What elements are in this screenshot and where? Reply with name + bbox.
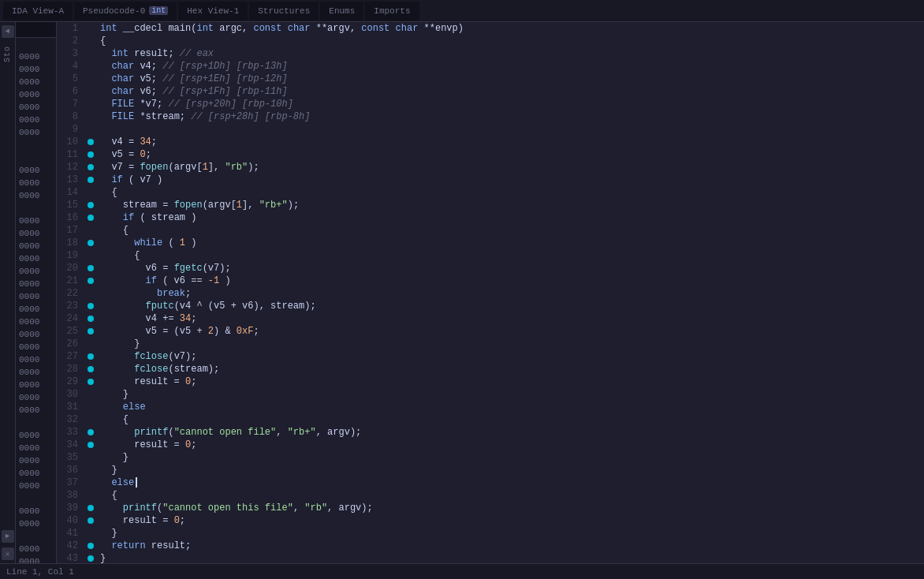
code-token-plain: {	[100, 225, 129, 236]
addr-row: 0000	[16, 517, 56, 530]
breakpoint-indicator[interactable]	[84, 22, 97, 35]
tab-badge: int	[149, 6, 168, 15]
tab-hex-view[interactable]: Hex View-1	[178, 2, 248, 21]
code-token-plain: v5 = (v5 +	[100, 326, 208, 337]
breakpoint-indicator[interactable]	[84, 186, 97, 199]
breakpoint-indicator[interactable]	[84, 237, 97, 249]
breakpoint-indicator[interactable]	[84, 552, 97, 563]
line-number: 17	[57, 224, 84, 237]
addr-row: 0000	[16, 454, 56, 467]
breakpoint-indicator[interactable]	[84, 161, 97, 174]
code-token-plain: v4 +=	[100, 313, 180, 324]
code-token-fn: fclose	[134, 351, 168, 362]
sidebar-header	[16, 22, 56, 38]
breakpoint-indicator[interactable]	[84, 249, 97, 262]
breakpoint-indicator[interactable]	[84, 148, 97, 161]
breakpoint-indicator[interactable]	[84, 375, 97, 388]
code-editor[interactable]: 1int __cdecl main(int argc, const char *…	[57, 22, 924, 563]
code-token-plain: ;	[180, 515, 185, 526]
code-token-num: -1	[208, 275, 219, 286]
breakpoint-indicator[interactable]	[84, 287, 97, 300]
breakpoint-indicator[interactable]	[84, 338, 97, 350]
breakpoint-indicator[interactable]	[84, 401, 97, 413]
breakpoint-indicator[interactable]	[84, 325, 97, 338]
breakpoint-indicator[interactable]	[84, 60, 97, 73]
addr-text: 0000	[19, 128, 39, 137]
breakpoint-indicator[interactable]	[84, 350, 97, 363]
code-token-plain: (argv[	[168, 162, 202, 173]
code-table: 1int __cdecl main(int argc, const char *…	[57, 22, 924, 563]
code-content: FILE *v7; // [rsp+20h] [rbp-10h]	[97, 98, 924, 110]
tab-imports[interactable]: Imports	[365, 2, 419, 21]
addr-row: 0000	[16, 353, 56, 366]
breakpoint-indicator[interactable]	[84, 211, 97, 224]
code-token-plain	[100, 99, 111, 110]
breakpoint-indicator[interactable]	[84, 514, 97, 527]
code-line-28: 28 fclose(stream);	[57, 363, 924, 375]
bp-dot	[88, 442, 94, 448]
code-line-31: 31 else	[57, 401, 924, 413]
nav-left-btn[interactable]: ◄	[2, 25, 14, 38]
code-content: fclose(stream);	[97, 363, 924, 375]
code-token-plain: v4;	[134, 61, 162, 72]
breakpoint-indicator[interactable]	[84, 426, 97, 439]
breakpoint-indicator[interactable]	[84, 123, 97, 136]
code-token-plain: result =	[100, 376, 185, 387]
code-token-plain	[100, 61, 111, 72]
breakpoint-indicator[interactable]	[84, 300, 97, 312]
addr-text: 0000	[19, 405, 39, 415]
line-number: 6	[57, 85, 84, 98]
addr-row	[16, 492, 56, 505]
addr-row: 0000	[16, 240, 56, 252]
breakpoint-indicator[interactable]	[84, 199, 97, 211]
code-token-plain	[100, 86, 111, 97]
breakpoint-indicator[interactable]	[84, 275, 97, 287]
code-token-num: 1	[180, 237, 185, 248]
addr-row: 0000	[16, 505, 56, 517]
code-content: fclose(v7);	[97, 350, 924, 363]
breakpoint-indicator[interactable]	[84, 35, 97, 47]
breakpoint-indicator[interactable]	[84, 73, 97, 85]
breakpoint-indicator[interactable]	[84, 98, 97, 110]
code-token-plain: (	[162, 237, 180, 248]
tab-pseudocode[interactable]: Pseudocode-0 int	[74, 2, 177, 21]
code-token-plain: {	[100, 187, 117, 198]
tab-ida-view-a[interactable]: IDA View-A	[3, 2, 73, 21]
addr-row: 0000	[16, 543, 56, 555]
breakpoint-indicator[interactable]	[84, 464, 97, 476]
nav-right-btn[interactable]: ►	[2, 530, 14, 543]
breakpoint-indicator[interactable]	[84, 224, 97, 237]
breakpoint-indicator[interactable]	[84, 413, 97, 426]
code-token-plain: argc,	[214, 23, 253, 34]
close-panel-btn[interactable]: ✕	[2, 547, 14, 560]
breakpoint-indicator[interactable]	[84, 439, 97, 451]
breakpoint-indicator[interactable]	[84, 110, 97, 123]
code-content: result = 0;	[97, 439, 924, 451]
breakpoint-indicator[interactable]	[84, 451, 97, 464]
breakpoint-indicator[interactable]	[84, 502, 97, 514]
breakpoint-indicator[interactable]	[84, 540, 97, 552]
breakpoint-indicator[interactable]	[84, 47, 97, 60]
code-token-kw: if	[111, 174, 122, 185]
breakpoint-indicator[interactable]	[84, 388, 97, 401]
breakpoint-indicator[interactable]	[84, 85, 97, 98]
breakpoint-indicator[interactable]	[84, 312, 97, 325]
breakpoint-indicator[interactable]	[84, 262, 97, 275]
bp-dot	[88, 517, 94, 524]
addr-text: 0000	[19, 52, 39, 62]
breakpoint-indicator[interactable]	[84, 489, 97, 502]
bp-dot	[88, 555, 94, 562]
breakpoint-indicator[interactable]	[84, 476, 97, 489]
addr-text: 0000	[19, 279, 39, 289]
tab-structures[interactable]: Structures	[249, 2, 319, 21]
breakpoint-indicator[interactable]	[84, 363, 97, 375]
code-token-kw: int	[100, 23, 117, 34]
breakpoint-indicator[interactable]	[84, 174, 97, 186]
code-content: printf("cannot open file", "rb+", argv);	[97, 426, 924, 439]
breakpoint-indicator[interactable]	[84, 527, 97, 540]
tab-enums[interactable]: Enums	[320, 2, 363, 21]
code-content: }	[97, 388, 924, 401]
code-token-plain: {	[100, 250, 140, 261]
addr-row: 0000	[16, 328, 56, 341]
breakpoint-indicator[interactable]	[84, 136, 97, 148]
